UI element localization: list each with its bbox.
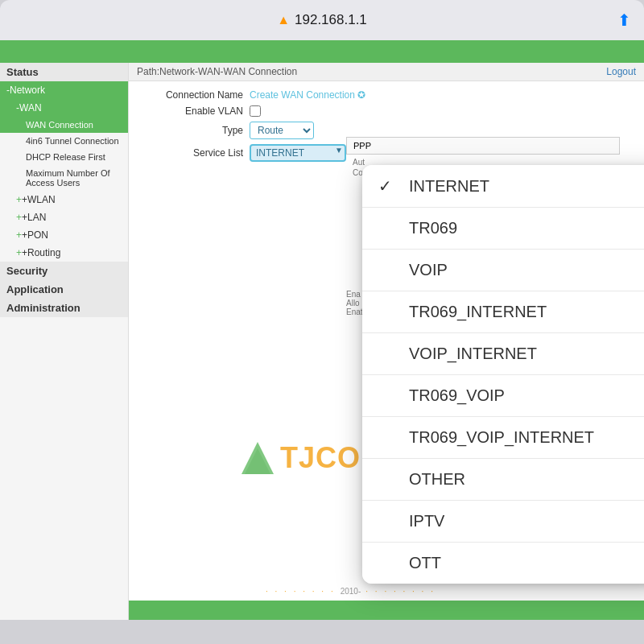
- logout-link[interactable]: Logout: [606, 66, 636, 77]
- wlan-label: +WLAN: [22, 194, 56, 205]
- dropdown-item-tr069-voip-internet[interactable]: TR069_VOIP_INTERNET: [362, 417, 644, 459]
- connection-name-row: Connection Name Create WAN Connection ✪: [145, 89, 628, 101]
- dropdown-item-voip[interactable]: VOIP: [362, 250, 644, 291]
- watermark-triangles: [242, 442, 274, 474]
- auth-label: Aut: [353, 158, 365, 167]
- connection-name-label: Connection Name: [145, 89, 250, 101]
- routing-label: +Routing: [22, 247, 60, 258]
- footer-bar: · · · · · · · · 2010- · · · · · · · ·: [258, 585, 644, 597]
- ip-address-text: 192.168.1.1: [295, 12, 367, 28]
- sidebar-tunnel[interactable]: 4in6 Tunnel Connection: [0, 133, 128, 149]
- sidebar-routing[interactable]: ++Routing: [0, 244, 128, 262]
- dropdown-item-other[interactable]: OTHER: [362, 459, 644, 501]
- routing-expand-icon: +: [16, 247, 22, 258]
- footer-dots-left: · · · · · · · ·: [266, 587, 336, 596]
- sidebar-status[interactable]: Status: [0, 63, 128, 81]
- dropdown-label-tr069-voip: TR069_VOIP: [409, 386, 505, 405]
- sidebar-wan-connection[interactable]: WAN Connection: [0, 117, 128, 133]
- dropdown-item-internet[interactable]: ✓ INTERNET: [362, 165, 644, 208]
- dropdown-item-tr069-internet[interactable]: TR069_INTERNET: [362, 291, 644, 333]
- type-select[interactable]: Route: [250, 122, 314, 139]
- sidebar-wlan[interactable]: ++WLAN: [0, 191, 128, 208]
- dropdown-label-other: OTHER: [409, 470, 465, 489]
- sidebar-security[interactable]: Security: [0, 262, 128, 280]
- lan-label: +LAN: [22, 212, 46, 223]
- connection-name-value[interactable]: Create WAN Connection ✪: [250, 89, 365, 101]
- dropdown-label-tr069: TR069: [409, 219, 457, 237]
- sidebar-wan[interactable]: -WAN: [0, 99, 128, 117]
- ios-top-bar: ▲ 192.168.1.1 ⬆: [0, 0, 644, 40]
- sidebar-network[interactable]: -Network: [0, 81, 128, 99]
- router-ui: Status -Network -WAN WAN Connection 4in6…: [0, 40, 644, 620]
- address-bar-title: ▲ 192.168.1.1: [277, 12, 367, 28]
- enable-vlan-label: Enable VLAN: [145, 105, 250, 117]
- share-icon[interactable]: ⬆: [617, 10, 631, 30]
- service-list-select[interactable]: INTERNET: [250, 144, 346, 162]
- sidebar-pon[interactable]: ++PON: [0, 226, 128, 244]
- dropdown-label-tr069-voip-internet: TR069_VOIP_INTERNET: [409, 428, 594, 447]
- enable-vlan-checkbox[interactable]: [250, 105, 261, 117]
- path-bar: Path:Network-WAN-WAN Connection Logout: [129, 63, 644, 81]
- pon-expand-icon: +: [16, 229, 22, 241]
- path-text: Path:Network-WAN-WAN Connection: [137, 66, 297, 77]
- lan-expand-icon: +: [16, 212, 22, 223]
- enable-vlan-row: Enable VLAN: [145, 105, 628, 117]
- pon-label: +PON: [22, 229, 48, 241]
- bottom-green-bar: [129, 601, 644, 620]
- sidebar: Status -Network -WAN WAN Connection 4in6…: [0, 40, 129, 620]
- dropdown-item-voip-internet[interactable]: VOIP_INTERNET: [362, 333, 644, 375]
- main-content: Path:Network-WAN-WAN Connection Logout C…: [129, 40, 644, 620]
- checkmark-icon: ✓: [378, 176, 398, 196]
- sidebar-dhcp[interactable]: DHCP Release First: [0, 149, 128, 165]
- watermark-triangle-svg: [242, 442, 274, 474]
- dropdown-label-iptv: IPTV: [409, 512, 444, 530]
- dropdown-item-iptv[interactable]: IPTV: [362, 501, 644, 543]
- select-arrow-icon: ▼: [335, 146, 343, 155]
- conn-label: Co: [353, 168, 363, 177]
- sidebar-max-users[interactable]: Maximum Number Of Access Users: [0, 165, 128, 191]
- dropdown-label-internet: INTERNET: [409, 177, 489, 196]
- service-list-label: Service List: [145, 147, 250, 159]
- dropdown-label-ott: OTT: [409, 554, 441, 572]
- sidebar-administration[interactable]: Administration: [0, 299, 128, 317]
- warning-icon: ▲: [277, 13, 290, 27]
- sidebar-lan[interactable]: ++LAN: [0, 208, 128, 226]
- footer-year: 2010-: [341, 587, 361, 596]
- dropdown-label-voip: VOIP: [409, 261, 448, 279]
- ppp-text: PPP: [353, 141, 371, 151]
- router-header-bar: [0, 40, 644, 63]
- sidebar-application[interactable]: Application: [0, 280, 128, 299]
- service-list-dropdown: ✓ INTERNET TR069 VOIP TR069_INTERNET VOI: [362, 165, 644, 584]
- dropdown-label-tr069-internet: TR069_INTERNET: [409, 303, 547, 321]
- wlan-expand-icon: +: [16, 194, 22, 205]
- footer-dots-right: · · · · · · · ·: [365, 587, 436, 596]
- dropdown-label-voip-internet: VOIP_INTERNET: [409, 345, 537, 363]
- ppp-label-box: PPP: [346, 137, 620, 155]
- dropdown-item-tr069-voip[interactable]: TR069_VOIP: [362, 375, 644, 417]
- dropdown-item-tr069[interactable]: TR069: [362, 208, 644, 250]
- dropdown-item-ott[interactable]: OTT: [362, 543, 644, 584]
- type-label: Type: [145, 125, 250, 136]
